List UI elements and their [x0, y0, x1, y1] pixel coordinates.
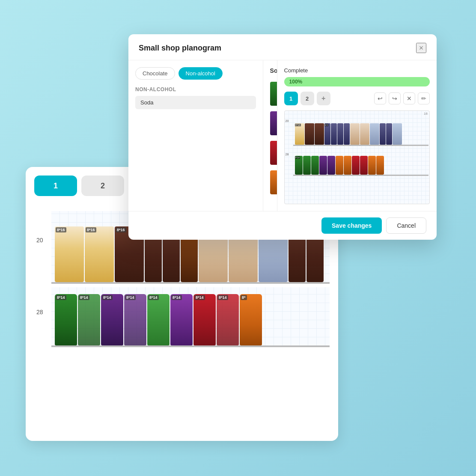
- delete-button[interactable]: ✕: [403, 92, 415, 104]
- bottle-strawberry-1: [240, 294, 262, 345]
- dialog-footer: Save changes Cancel: [128, 211, 437, 240]
- mini-soda-6: [336, 156, 343, 175]
- mini-prod-4: 9.5: [324, 123, 330, 145]
- soda-bottle-9: 8*: [240, 294, 262, 345]
- mini-shelf-row-2: 28 8*14: [293, 150, 428, 176]
- mini-prod-9: [360, 123, 369, 145]
- soda-bottle-3: 8*14: [101, 294, 123, 345]
- mini-shelf-row-1: 20 8*16 9.5: [293, 112, 428, 146]
- redo-button[interactable]: ↪: [389, 92, 401, 104]
- edit-button[interactable]: ✏: [418, 92, 430, 104]
- mini-soda-10: [368, 156, 376, 175]
- products-panel: Soda Blackberry soda 1l 8*14 Blueberry s…: [263, 60, 277, 211]
- soda-bottle-7: 8*14: [193, 294, 216, 345]
- mini-soda-2: [303, 156, 311, 175]
- soda-bottle-6: 8*14: [170, 294, 193, 345]
- progress-badge: 100%: [284, 77, 430, 86]
- mini-planogram: 16 20 8*16 9.5: [284, 110, 430, 204]
- bottle-blackberry-2: [78, 294, 100, 345]
- shelf1-label: 20: [36, 237, 43, 244]
- category-tabs: Chocolate Non-alcohol: [135, 67, 256, 80]
- mini-soda-8: [352, 156, 360, 175]
- mini-tab-2[interactable]: 2: [300, 92, 314, 105]
- mini-soda-1: 8*14: [295, 156, 303, 175]
- mini-soda-5: [327, 156, 335, 175]
- product-thumb-strawberry: [270, 170, 277, 194]
- cancel-button[interactable]: Cancel: [386, 217, 426, 234]
- bottle-raspberry-2: [217, 294, 239, 345]
- mini-prod-12: [386, 123, 392, 145]
- mini-prod-6: [337, 123, 343, 145]
- bottle-blueberry-3: [170, 294, 193, 345]
- mini-soda-9: [360, 156, 368, 175]
- complete-label: Complete: [284, 67, 430, 74]
- shelf2-label: 28: [36, 309, 43, 315]
- close-button[interactable]: ×: [416, 43, 426, 53]
- mini-controls: ↩ ↪ ✕ ✏: [374, 92, 430, 104]
- mini-prod-13: [393, 123, 402, 145]
- choc-cream-2: [85, 226, 114, 282]
- mini-prod-8: [350, 123, 360, 145]
- mini-soda-4: [319, 156, 327, 175]
- mini-tab-1[interactable]: 1: [284, 92, 298, 105]
- product-thumb-blackberry: [270, 82, 277, 106]
- undo-button[interactable]: ↩: [374, 92, 386, 104]
- shelf-row-2: 8*14 8*14 8*14 8*14 8*14: [51, 287, 330, 347]
- bottle-blackberry-3: [147, 294, 170, 345]
- soda-bottle-8: 8*14: [217, 294, 239, 345]
- cat-tab-nonalcohol[interactable]: Non-alcohol: [178, 67, 223, 80]
- mini-shelf-1-products: 8*16 9.5: [295, 123, 402, 145]
- dialog-body: Chocolate Non-alcohol Non-alcohol Soda S…: [128, 60, 437, 211]
- product-thumb-raspberry: [270, 141, 277, 165]
- shelf-row-2-container: 28 8*14 8*14 8*14 8*14: [51, 287, 330, 347]
- save-button[interactable]: Save changes: [321, 217, 382, 234]
- bottle-blueberry-2: [124, 294, 146, 345]
- subcategory-soda[interactable]: Soda: [135, 96, 256, 109]
- dialog-header: Small shop planogram ×: [128, 34, 437, 60]
- mini-prod-5: [331, 123, 337, 145]
- mini-tabs: 1 2 + ↩ ↪ ✕ ✏: [284, 92, 430, 105]
- bottle-blueberry-1: [101, 294, 123, 345]
- bottle-raspberry-1: [193, 294, 216, 345]
- mini-tab-plus[interactable]: +: [317, 92, 330, 105]
- soda-bottle-4: 8*14: [124, 294, 146, 345]
- mini-shelf-2-container: 28 8*14: [285, 148, 429, 176]
- product-choc-1: 8*16: [55, 226, 84, 282]
- mini-prod-10: [370, 123, 379, 145]
- mini-prod-7: [344, 123, 350, 145]
- product-thumb-blueberry: [270, 111, 277, 135]
- bg-tab-2[interactable]: 2: [81, 176, 124, 196]
- mini-soda-11: [376, 156, 384, 175]
- mini-prod-3: [315, 123, 324, 145]
- mini-prod-1: 8*16: [295, 123, 304, 145]
- mini-ruler-16: 16: [424, 112, 428, 116]
- cat-tab-chocolate[interactable]: Chocolate: [135, 67, 175, 80]
- mini-soda-3: [311, 156, 319, 175]
- choc-cream-1: [55, 226, 84, 282]
- right-panel: Complete 100% 1 2 + ↩ ↪ ✕ ✏ 16 20: [277, 60, 437, 211]
- main-dialog: Small shop planogram × Chocolate Non-alc…: [128, 34, 437, 240]
- bg-tab-1[interactable]: 1: [34, 176, 77, 196]
- soda-bottle-1: 8*14: [55, 294, 77, 345]
- product-choc-2: 8*16: [85, 226, 114, 282]
- mini-shelf-2-products: 8*14: [295, 156, 384, 175]
- mini-prod-2: [305, 123, 314, 145]
- bottle-blackberry-1: [55, 294, 77, 345]
- mini-soda-7: [344, 156, 351, 175]
- dialog-title: Small shop planogram: [139, 44, 221, 53]
- soda-bottle-5: 8*14: [147, 294, 170, 345]
- soda-bottle-2: 8*14: [78, 294, 100, 345]
- mini-ruler: 16 20 8*16 9.5: [285, 111, 429, 146]
- left-panel: Chocolate Non-alcohol Non-alcohol Soda: [128, 60, 263, 211]
- category-label: Non-alcohol: [135, 86, 256, 92]
- mini-prod-11: [380, 123, 386, 145]
